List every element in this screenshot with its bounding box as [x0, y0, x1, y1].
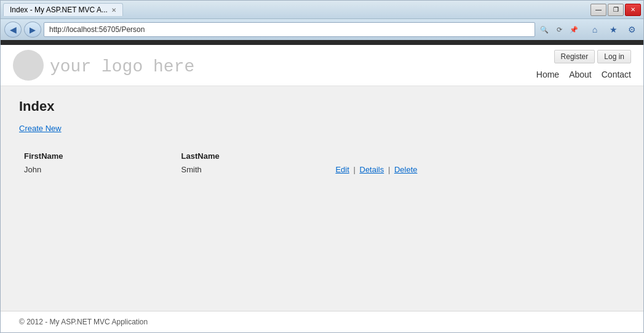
nav-home[interactable]: Home [536, 70, 559, 79]
site-wrapper: your logo here Register Log in Home Abou… [1, 45, 643, 332]
logo-area: your logo here [13, 50, 194, 86]
site-header-top: your logo here Register Log in Home Abou… [13, 45, 631, 86]
cell-lastname: Smith [177, 163, 331, 176]
auth-buttons: Register Log in [554, 50, 631, 63]
toolbar-icons: ⌂ ★ ⚙ [587, 22, 640, 37]
address-icons: 🔍 ⟳ 📌 [538, 23, 581, 36]
browser-tab[interactable]: Index - My ASP.NET MVC A... ✕ [3, 3, 123, 16]
titlebar: Index - My ASP.NET MVC A... ✕ — ❐ ✕ [1, 1, 643, 19]
browser-content: your logo here Register Log in Home Abou… [1, 45, 643, 332]
page-title: Index [19, 98, 625, 114]
close-tab-icon[interactable]: ✕ [111, 7, 116, 14]
separator-2: | [388, 165, 390, 174]
browser-window: Index - My ASP.NET MVC A... ✕ — ❐ ✕ ◀ ▶ … [0, 0, 644, 333]
search-icon[interactable]: 🔍 [538, 23, 551, 36]
forward-button[interactable]: ▶ [24, 22, 41, 38]
col-lastname: LastName [177, 149, 331, 163]
register-button[interactable]: Register [554, 50, 595, 63]
forward-icon: ▶ [30, 25, 36, 34]
separator-1: | [353, 165, 355, 174]
home-icon[interactable]: ⌂ [587, 22, 603, 37]
table-row: John Smith Edit | Details | Delete [19, 163, 625, 176]
delete-link[interactable]: Delete [394, 165, 418, 174]
nav-about[interactable]: About [569, 70, 592, 79]
addressbar: ◀ ▶ http://localhost:56705/Person 🔍 ⟳ 📌 … [1, 19, 643, 41]
site-header: your logo here Register Log in Home Abou… [1, 45, 643, 86]
pin-icon[interactable]: 📌 [567, 23, 581, 36]
site-nav: Home About Contact [536, 66, 631, 83]
nav-contact[interactable]: Contact [602, 70, 631, 79]
cell-actions: Edit | Details | Delete [330, 163, 625, 176]
edit-link[interactable]: Edit [335, 165, 349, 174]
minimize-button[interactable]: — [590, 4, 606, 16]
site-footer: © 2012 - My ASP.NET MVC Application [1, 311, 643, 332]
titlebar-left: Index - My ASP.NET MVC A... ✕ [3, 3, 123, 16]
table-header-row: FirstName LastName [19, 149, 625, 163]
refresh-icon[interactable]: ⟳ [552, 23, 566, 36]
col-firstname: FirstName [19, 149, 177, 163]
cell-firstname: John [19, 163, 177, 176]
site-main: Index Create New FirstName LastName John [1, 86, 643, 311]
address-bar-input[interactable]: http://localhost:56705/Person [44, 22, 535, 37]
restore-button[interactable]: ❐ [608, 4, 624, 16]
settings-icon[interactable]: ⚙ [624, 22, 640, 37]
close-button[interactable]: ✕ [625, 4, 641, 16]
logo-circle [13, 50, 44, 81]
url-text: http://localhost:56705/Person [49, 25, 145, 34]
site-logo: your logo here [50, 57, 194, 76]
tab-label: Index - My ASP.NET MVC A... [10, 6, 108, 14]
login-button[interactable]: Log in [597, 50, 631, 63]
site-header-right: Register Log in Home About Contact [536, 50, 631, 83]
window-controls: — ❐ ✕ [590, 4, 641, 16]
create-new-link[interactable]: Create New [19, 124, 62, 133]
footer-text: © 2012 - My ASP.NET MVC Application [19, 318, 625, 326]
back-button[interactable]: ◀ [4, 22, 22, 38]
details-link[interactable]: Details [360, 165, 384, 174]
person-table: FirstName LastName John Smith Edit | [19, 149, 625, 176]
favorites-icon[interactable]: ★ [605, 22, 621, 37]
back-icon: ◀ [10, 25, 17, 34]
col-actions [330, 149, 625, 163]
